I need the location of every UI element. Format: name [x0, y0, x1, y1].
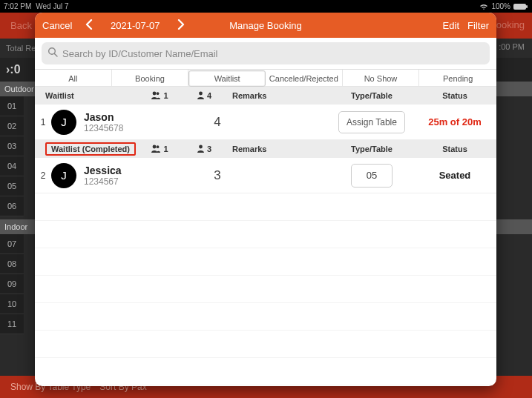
- groups-icon: [151, 145, 161, 154]
- col-type: Type/Table: [330, 91, 413, 100]
- bg-hour-07: 07: [0, 234, 24, 254]
- bg-hour-09: 09: [0, 274, 24, 294]
- edit-button[interactable]: Edit: [443, 20, 459, 31]
- tab-waitlist[interactable]: Waitlist: [188, 70, 266, 87]
- tab-canceled[interactable]: Canceled/Rejected: [266, 70, 343, 87]
- current-date[interactable]: 2021-07-07: [111, 20, 160, 31]
- table-number[interactable]: 05: [351, 164, 393, 188]
- section-title: Waitlist (Completed): [35, 142, 137, 156]
- person-icon: [197, 91, 205, 101]
- svg-point-8: [157, 145, 160, 148]
- bg-hour-08: 08: [0, 254, 24, 274]
- svg-point-4: [153, 91, 157, 95]
- row-index: 2: [35, 170, 51, 181]
- wait-timer: 25m of 20m: [413, 116, 496, 127]
- search-field[interactable]: [42, 42, 490, 64]
- tab-noshow[interactable]: No Show: [343, 70, 420, 87]
- bg-booking-tab[interactable]: ooking: [496, 19, 525, 30]
- groups-count: 1: [137, 145, 182, 154]
- svg-rect-0: [513, 4, 526, 10]
- bg-hour-04: 04: [0, 156, 24, 176]
- col-status: Status: [413, 91, 496, 100]
- assign-table-button[interactable]: Assign Table: [338, 111, 405, 133]
- tab-booking[interactable]: Booking: [112, 70, 189, 87]
- waitlist-row[interactable]: 1 J Jason 12345678 4 Assign Table 25m of…: [35, 105, 496, 140]
- groups-count: 1: [137, 91, 182, 101]
- bg-hour-01: 01: [0, 96, 24, 116]
- list-body: [35, 193, 496, 386]
- bg-total-res: Total Re: [6, 44, 36, 53]
- bg-hour-10: 10: [0, 294, 24, 314]
- next-day-button[interactable]: [177, 19, 185, 32]
- manage-booking-modal: Cancel 2021-07-07 Manage Booking Edit Fi…: [35, 13, 496, 386]
- modal-title: Manage Booking: [35, 20, 496, 31]
- booking-id: 1234567: [84, 176, 182, 187]
- section-header-waitlist: Waitlist 1 4 Remarks Type/Table Status: [35, 87, 496, 105]
- svg-line-3: [54, 53, 57, 56]
- pax-count: 4: [182, 115, 253, 130]
- bg-time-slot: :00 PM: [499, 42, 525, 51]
- search-icon: [47, 47, 58, 60]
- status-date: Wed Jul 7: [36, 2, 68, 10]
- person-icon: [197, 145, 205, 154]
- battery-icon: [513, 3, 528, 10]
- cancel-button[interactable]: Cancel: [42, 20, 72, 31]
- col-status: Status: [413, 145, 496, 153]
- svg-point-9: [199, 145, 203, 148]
- filter-tabs: All Booking Waitlist Canceled/Rejected N…: [35, 69, 496, 87]
- svg-point-5: [157, 92, 160, 95]
- svg-point-7: [153, 145, 157, 148]
- section-header-completed: Waitlist (Completed) 1 3 Remarks Type/Ta…: [35, 140, 496, 158]
- bg-hour-11: 11: [0, 314, 24, 334]
- waitlist-row[interactable]: 2 J Jessica 1234567 3 05 Seated: [35, 158, 496, 193]
- booking-id: 12345678: [84, 123, 182, 133]
- avatar: J: [51, 163, 76, 188]
- svg-rect-1: [526, 5, 528, 8]
- groups-icon: [151, 91, 161, 101]
- col-remarks: Remarks: [226, 91, 330, 100]
- bg-hour-06: 06: [0, 196, 24, 216]
- avatar: J: [51, 110, 76, 135]
- bg-hour-03: 03: [0, 136, 24, 156]
- tab-all[interactable]: All: [35, 70, 112, 87]
- section-title: Waitlist: [35, 91, 137, 100]
- bg-back[interactable]: Back: [10, 20, 32, 31]
- search-input[interactable]: [62, 48, 484, 59]
- pax-count: 3: [182, 168, 253, 183]
- bg-hour-02: 02: [0, 116, 24, 136]
- people-count: 4: [182, 91, 226, 101]
- battery-pct: 100%: [491, 2, 510, 10]
- customer-name: Jessica: [84, 165, 182, 176]
- seat-status: Seated: [413, 170, 496, 181]
- col-remarks: Remarks: [226, 145, 330, 153]
- wifi-icon: [479, 3, 488, 10]
- customer-name: Jason: [84, 111, 182, 123]
- row-index: 1: [35, 117, 51, 127]
- tab-pending[interactable]: Pending: [419, 70, 496, 87]
- people-count: 3: [182, 145, 226, 154]
- svg-point-6: [199, 91, 203, 95]
- filter-button[interactable]: Filter: [467, 20, 489, 31]
- device-statusbar: 7:02 PM Wed Jul 7 100%: [0, 0, 532, 13]
- prev-day-button[interactable]: [85, 19, 93, 32]
- status-time: 7:02 PM: [4, 2, 31, 10]
- col-type: Type/Table: [330, 145, 413, 153]
- modal-header: Cancel 2021-07-07 Manage Booking Edit Fi…: [35, 13, 496, 38]
- bg-hour-05: 05: [0, 176, 24, 196]
